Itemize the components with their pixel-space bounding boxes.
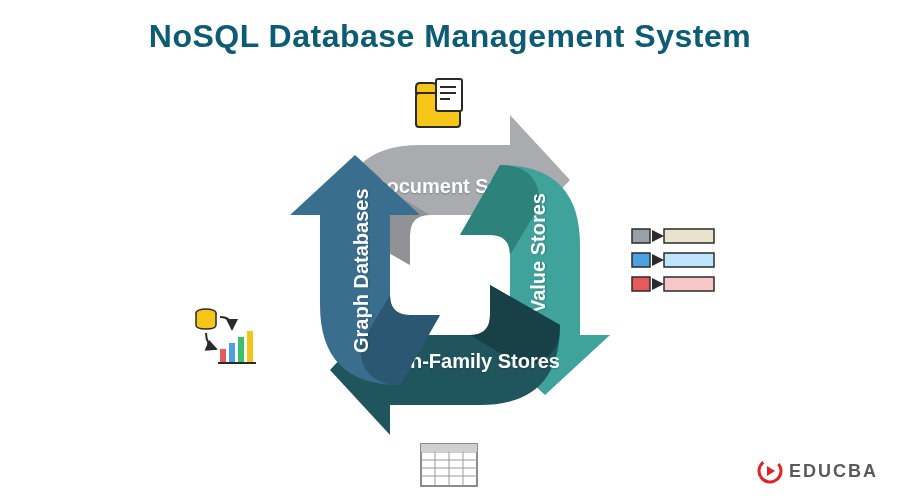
svg-rect-24: [247, 331, 253, 363]
page-title: NoSQL Database Management System: [0, 0, 900, 55]
arrow-graph-databases: Graph Databases: [240, 145, 500, 405]
svg-rect-1: [436, 79, 462, 111]
document-folder-icon: [410, 77, 474, 133]
cycle-diagram: Document Stores Key-Value Stores Column-…: [270, 95, 630, 455]
svg-rect-23: [238, 337, 244, 363]
graph-chart-icon: [192, 305, 264, 367]
svg-rect-6: [664, 229, 714, 243]
logo-text: EDUCBA: [789, 461, 878, 482]
svg-rect-21: [220, 349, 226, 363]
svg-rect-19: [421, 444, 477, 452]
svg-rect-7: [632, 253, 650, 267]
svg-rect-22: [229, 343, 235, 363]
svg-rect-5: [632, 229, 650, 243]
svg-rect-10: [664, 277, 714, 291]
logo-mark-icon: [757, 458, 783, 484]
table-grid-icon: [420, 443, 478, 487]
svg-marker-27: [767, 466, 775, 476]
key-value-icon: [630, 225, 720, 297]
educba-logo: EDUCBA: [757, 458, 878, 484]
svg-rect-8: [664, 253, 714, 267]
svg-rect-9: [632, 277, 650, 291]
arrow-label: Graph Databases: [350, 188, 373, 353]
